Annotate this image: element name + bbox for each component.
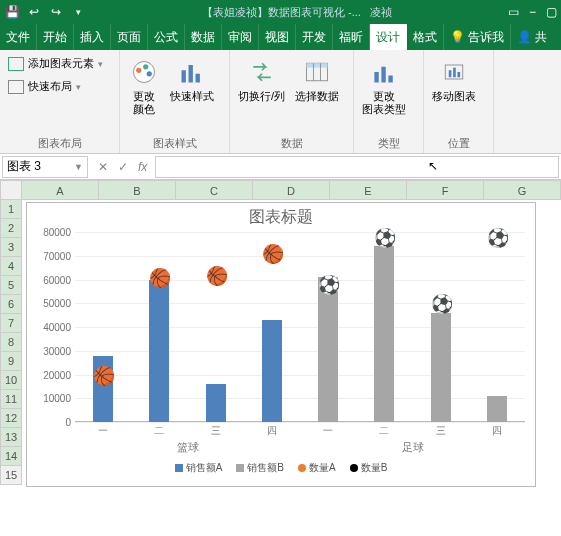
legend-item-qb[interactable]: 数量B bbox=[350, 461, 388, 475]
change-type-label: 更改 图表类型 bbox=[362, 90, 406, 116]
row-header-8[interactable]: 8 bbox=[0, 333, 22, 352]
save-icon[interactable]: 💾 bbox=[4, 5, 20, 19]
bar[interactable] bbox=[487, 396, 507, 422]
basketball-icon[interactable]: 🏀 bbox=[206, 265, 226, 285]
y-tick: 0 bbox=[65, 417, 71, 428]
x-category-label: 一 bbox=[75, 422, 131, 438]
category-group-labels: 篮球足球 bbox=[75, 440, 525, 455]
basketball-icon[interactable]: 🏀 bbox=[93, 365, 113, 385]
row-header-2[interactable]: 2 bbox=[0, 219, 22, 238]
fx-icon[interactable]: fx bbox=[138, 160, 147, 174]
tab-format[interactable]: 格式 bbox=[407, 24, 444, 50]
select-data-button[interactable]: 选择数据 bbox=[293, 54, 341, 105]
row-header-9[interactable]: 9 bbox=[0, 352, 22, 371]
col-header-B[interactable]: B bbox=[99, 180, 176, 200]
row-header-15[interactable]: 15 bbox=[0, 466, 22, 485]
tab-developer[interactable]: 开发 bbox=[296, 24, 333, 50]
close-icon[interactable]: ▢ bbox=[546, 5, 557, 19]
name-box-dropdown-icon[interactable]: ▼ bbox=[74, 162, 83, 172]
move-chart-label: 移动图表 bbox=[432, 90, 476, 103]
row-header-13[interactable]: 13 bbox=[0, 428, 22, 447]
chart-title[interactable]: 图表标题 bbox=[27, 203, 535, 232]
row-header-7[interactable]: 7 bbox=[0, 314, 22, 333]
minimize-icon[interactable]: − bbox=[529, 5, 536, 19]
soccer-icon[interactable]: ⚽ bbox=[431, 293, 451, 313]
chart-object[interactable]: 图表标题 01000020000300004000050000600007000… bbox=[26, 202, 536, 487]
cancel-icon[interactable]: ✕ bbox=[98, 160, 108, 174]
legend-item-qa[interactable]: 数量A bbox=[298, 461, 336, 475]
row-header-3[interactable]: 3 bbox=[0, 238, 22, 257]
bar[interactable] bbox=[431, 313, 451, 422]
cluster: ⚽四 bbox=[469, 232, 525, 422]
bar[interactable] bbox=[206, 384, 226, 422]
row-header-4[interactable]: 4 bbox=[0, 257, 22, 276]
row-header-5[interactable]: 5 bbox=[0, 276, 22, 295]
switch-row-col-button[interactable]: 切换行/列 bbox=[236, 54, 287, 105]
tab-home[interactable]: 开始 bbox=[37, 24, 74, 50]
quick-styles-button[interactable]: 快速样式 bbox=[168, 54, 216, 105]
soccer-icon[interactable]: ⚽ bbox=[487, 227, 507, 247]
group-label-type: 类型 bbox=[360, 134, 417, 151]
row-header-1[interactable]: 1 bbox=[0, 200, 22, 219]
tab-design[interactable]: 设计 bbox=[370, 24, 407, 50]
window-controls: ▭ − ▢ bbox=[508, 5, 557, 19]
group-label-styles: 图表样式 bbox=[126, 134, 223, 151]
formula-bar: 图表 3 ▼ ✕ ✓ fx ↖ bbox=[0, 154, 561, 180]
cluster: 🏀二 bbox=[131, 232, 187, 422]
soccer-icon[interactable]: ⚽ bbox=[374, 227, 394, 247]
group-label-layouts: 图表布局 bbox=[6, 134, 113, 151]
tab-foxit[interactable]: 福昕 bbox=[333, 24, 370, 50]
tab-review[interactable]: 审阅 bbox=[222, 24, 259, 50]
enter-icon[interactable]: ✓ bbox=[118, 160, 128, 174]
col-header-D[interactable]: D bbox=[253, 180, 330, 200]
redo-icon[interactable]: ↪ bbox=[48, 5, 64, 19]
col-header-F[interactable]: F bbox=[407, 180, 484, 200]
bar[interactable] bbox=[262, 320, 282, 422]
basketball-icon[interactable]: 🏀 bbox=[262, 243, 282, 263]
undo-icon[interactable]: ↩ bbox=[26, 5, 42, 19]
cluster: ⚽三 bbox=[413, 232, 469, 422]
ribbon-options-icon[interactable]: ▭ bbox=[508, 5, 519, 19]
group-type: 更改 图表类型 类型 bbox=[354, 50, 424, 153]
add-chart-element-button[interactable]: 添加图表元素▾ bbox=[6, 54, 105, 73]
tab-data[interactable]: 数据 bbox=[185, 24, 222, 50]
row-header-11[interactable]: 11 bbox=[0, 390, 22, 409]
svg-rect-12 bbox=[381, 67, 385, 83]
cluster: ⚽一 bbox=[300, 232, 356, 422]
col-header-A[interactable]: A bbox=[22, 180, 99, 200]
grid-body[interactable]: 图表标题 01000020000300004000050000600007000… bbox=[22, 200, 561, 500]
plot-area[interactable]: 0100002000030000400005000060000700008000… bbox=[75, 232, 525, 422]
tab-file[interactable]: 文件 bbox=[0, 24, 37, 50]
col-header-G[interactable]: G bbox=[484, 180, 561, 200]
legend-item-b[interactable]: 销售额B bbox=[236, 461, 284, 475]
bar[interactable] bbox=[149, 280, 169, 423]
bar[interactable] bbox=[374, 246, 394, 422]
row-header-10[interactable]: 10 bbox=[0, 371, 22, 390]
bar[interactable] bbox=[318, 277, 338, 422]
cluster: 🏀三 bbox=[188, 232, 244, 422]
change-colors-button[interactable]: 更改 颜色 bbox=[126, 54, 162, 118]
formula-input[interactable]: ↖ bbox=[155, 156, 559, 178]
soccer-icon[interactable]: ⚽ bbox=[318, 274, 338, 294]
quick-layout-button[interactable]: 快速布局▾ bbox=[6, 77, 105, 96]
tab-view[interactable]: 视图 bbox=[259, 24, 296, 50]
col-header-C[interactable]: C bbox=[176, 180, 253, 200]
move-chart-button[interactable]: 移动图表 bbox=[430, 54, 478, 105]
change-chart-type-button[interactable]: 更改 图表类型 bbox=[360, 54, 408, 118]
legend[interactable]: 销售额A 销售额B 数量A 数量B bbox=[27, 461, 535, 475]
tab-tellme[interactable]: 💡告诉我 bbox=[444, 24, 511, 50]
tab-insert[interactable]: 插入 bbox=[74, 24, 111, 50]
col-header-E[interactable]: E bbox=[330, 180, 407, 200]
tab-page-layout[interactable]: 页面 bbox=[111, 24, 148, 50]
svg-rect-8 bbox=[307, 63, 328, 67]
tab-formulas[interactable]: 公式 bbox=[148, 24, 185, 50]
basketball-icon[interactable]: 🏀 bbox=[149, 267, 169, 287]
select-all-corner[interactable] bbox=[0, 180, 22, 200]
row-header-12[interactable]: 12 bbox=[0, 409, 22, 428]
row-header-14[interactable]: 14 bbox=[0, 447, 22, 466]
qat-dropdown-icon[interactable]: ▾ bbox=[70, 7, 86, 17]
legend-item-a[interactable]: 销售额A bbox=[175, 461, 223, 475]
row-header-6[interactable]: 6 bbox=[0, 295, 22, 314]
name-box[interactable]: 图表 3 ▼ bbox=[2, 156, 88, 178]
share-button[interactable]: 👤共 bbox=[511, 24, 553, 50]
